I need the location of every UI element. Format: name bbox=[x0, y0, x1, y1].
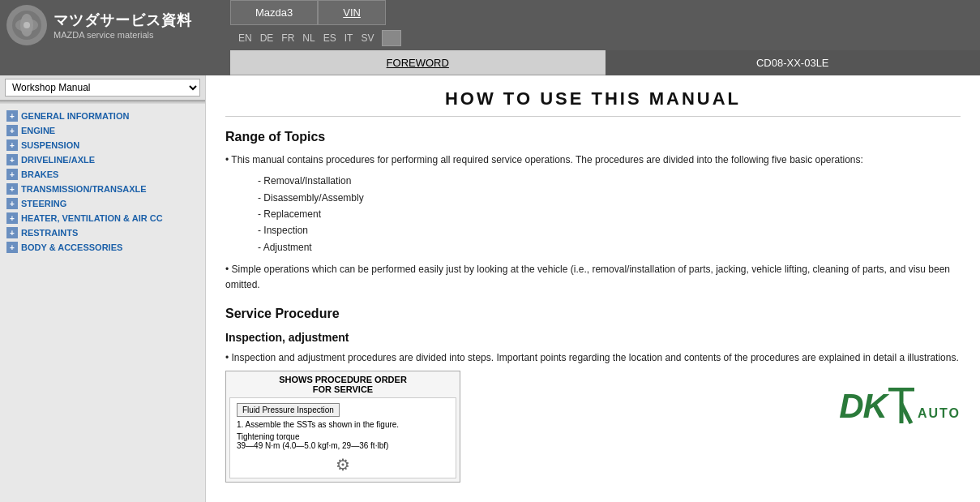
sidebar-label-suspension: SUSPENSION bbox=[21, 140, 79, 150]
sidebar-label-steering: STEERING bbox=[21, 199, 66, 208]
figure-placeholder: ⚙ bbox=[237, 455, 449, 474]
sidebar-item-general-info[interactable]: + GENERAL INFORMATION bbox=[0, 109, 205, 123]
dkt-auto-text: AUTO bbox=[918, 406, 961, 421]
lang-it[interactable]: IT bbox=[344, 32, 353, 44]
sidebar-item-steering[interactable]: + STEERING bbox=[0, 196, 205, 211]
bottom-row: SHOWS PROCEDURE ORDERFOR SERVICE Fluid P… bbox=[225, 371, 961, 483]
sidebar-label-driveline: DRIVELINE/AXLE bbox=[21, 155, 95, 165]
expand-icon: + bbox=[6, 169, 18, 180]
svg-point-3 bbox=[24, 22, 30, 28]
intro-text: • This manual contains procedures for pe… bbox=[225, 152, 961, 168]
lang-es[interactable]: ES bbox=[323, 32, 336, 44]
lang-nl[interactable]: NL bbox=[302, 32, 315, 44]
sidebar-item-hvac[interactable]: + HEATER, VENTILATION & AIR CC bbox=[0, 211, 205, 225]
lang-en[interactable]: EN bbox=[238, 32, 252, 44]
dkt-k-letter: K bbox=[863, 387, 887, 426]
expand-icon: + bbox=[6, 125, 18, 136]
step1-text: 1. Assemble the SSTs as shown in the fig… bbox=[237, 420, 449, 429]
op-item-5: - Adjustment bbox=[258, 239, 961, 255]
torque-value: 39—49 N·m (4.0—5.0 kgf·m, 29—36 ft·lbf) bbox=[237, 441, 449, 450]
simple-ops-text: • Simple operations which can be perform… bbox=[225, 262, 961, 293]
range-heading: Range of Topics bbox=[225, 130, 961, 144]
foreword-tab[interactable]: FOREWORD bbox=[230, 50, 606, 75]
sidebar-label-general-info: GENERAL INFORMATION bbox=[21, 111, 129, 121]
second-header-right: FOREWORD CD08-XX-03LE bbox=[230, 50, 980, 75]
sidebar-item-driveline[interactable]: + DRIVELINE/AXLE bbox=[0, 152, 205, 167]
sidebar-label-engine: ENGINE bbox=[21, 126, 55, 135]
logo-area: マツダサービス資料 MAZDA service materials bbox=[0, 0, 230, 50]
dkt-t-icon bbox=[887, 388, 916, 425]
second-header-left bbox=[0, 50, 230, 75]
op-item-3: - Replacement bbox=[258, 206, 961, 222]
expand-icon: + bbox=[6, 227, 18, 238]
dkt-logo-area: D K AUTO bbox=[839, 371, 961, 426]
nav-tabs-area: Mazda3 VIN EN DE FR NL ES IT SV bbox=[230, 0, 980, 50]
dkt-logo: D K AUTO bbox=[839, 387, 961, 426]
logo-japanese: マツダサービス資料 bbox=[53, 11, 192, 30]
sidebar-label-body: BODY & ACCESSORIES bbox=[21, 242, 122, 252]
main-layout: Workshop Manual + GENERAL INFORMATION + … bbox=[0, 75, 980, 502]
vin-tab[interactable]: VIN bbox=[318, 0, 386, 25]
sidebar-item-brakes[interactable]: + BRAKES bbox=[0, 167, 205, 182]
expand-icon: + bbox=[6, 154, 18, 165]
sidebar: Workshop Manual + GENERAL INFORMATION + … bbox=[0, 75, 206, 502]
sidebar-item-body[interactable]: + BODY & ACCESSORIES bbox=[0, 240, 205, 255]
inspection-text: • Inspection and adjustment procedures a… bbox=[225, 350, 961, 366]
expand-icon: + bbox=[6, 139, 18, 151]
sidebar-label-restraints: RESTRAINTS bbox=[21, 228, 78, 238]
logo-text: マツダサービス資料 MAZDA service materials bbox=[53, 11, 192, 40]
op-item-4: - Inspection bbox=[258, 222, 961, 238]
expand-icon: + bbox=[6, 183, 18, 195]
lang-bar: EN DE FR NL ES IT SV bbox=[230, 25, 980, 50]
cd-tab[interactable]: CD08-XX-03LE bbox=[606, 50, 981, 75]
op-item-2: - Disassembly/Assembly bbox=[258, 190, 961, 206]
diagram-title: SHOWS PROCEDURE ORDERFOR SERVICE bbox=[229, 375, 456, 394]
sidebar-label-transmission: TRANSMISSION/TRANSAXLE bbox=[21, 184, 147, 194]
sidebar-item-transmission[interactable]: + TRANSMISSION/TRANSAXLE bbox=[0, 182, 205, 196]
expand-icon: + bbox=[6, 110, 18, 122]
operations-list: - Removal/Installation - Disassembly/Ass… bbox=[258, 173, 961, 255]
sidebar-divider bbox=[0, 101, 205, 104]
procedure-diagram: SHOWS PROCEDURE ORDERFOR SERVICE Fluid P… bbox=[225, 371, 460, 483]
torque-label: Tightening torque bbox=[237, 432, 449, 441]
second-header: FOREWORD CD08-XX-03LE bbox=[0, 50, 980, 75]
mazda-logo-icon bbox=[6, 5, 47, 45]
content-area: HOW TO USE THIS MANUAL Range of Topics •… bbox=[206, 75, 980, 502]
expand-icon: + bbox=[6, 212, 18, 224]
expand-icon: + bbox=[6, 242, 18, 253]
op-item-1: - Removal/Installation bbox=[258, 173, 961, 189]
lang-fr[interactable]: FR bbox=[281, 32, 294, 44]
lang-de[interactable]: DE bbox=[260, 32, 274, 44]
fluid-pressure-box: Fluid Pressure Inspection bbox=[237, 403, 340, 417]
mazda3-tab[interactable]: Mazda3 bbox=[230, 0, 318, 25]
page-title: HOW TO USE THIS MANUAL bbox=[225, 88, 961, 117]
sidebar-label-hvac: HEATER, VENTILATION & AIR CC bbox=[21, 213, 163, 223]
expand-icon: + bbox=[6, 198, 18, 209]
diagram-inner: Fluid Pressure Inspection 1. Assemble th… bbox=[229, 397, 456, 478]
dkt-d-letter: D bbox=[839, 387, 862, 426]
logo-english: MAZDA service materials bbox=[53, 30, 192, 40]
sidebar-item-engine[interactable]: + ENGINE bbox=[0, 123, 205, 138]
inspection-heading: Inspection, adjustment bbox=[225, 331, 961, 344]
workshop-select-bar: Workshop Manual bbox=[0, 75, 205, 101]
sidebar-nav: + GENERAL INFORMATION + ENGINE + SUSPENS… bbox=[0, 107, 205, 256]
lang-sv[interactable]: SV bbox=[361, 32, 374, 44]
sidebar-item-restraints[interactable]: + RESTRAINTS bbox=[0, 225, 205, 240]
sidebar-label-brakes: BRAKES bbox=[21, 169, 58, 179]
sidebar-item-suspension[interactable]: + SUSPENSION bbox=[0, 138, 205, 152]
top-nav: Mazda3 VIN bbox=[230, 0, 980, 25]
flag-icon bbox=[382, 30, 401, 46]
service-heading: Service Procedure bbox=[225, 307, 961, 321]
workshop-manual-select[interactable]: Workshop Manual bbox=[5, 79, 200, 97]
